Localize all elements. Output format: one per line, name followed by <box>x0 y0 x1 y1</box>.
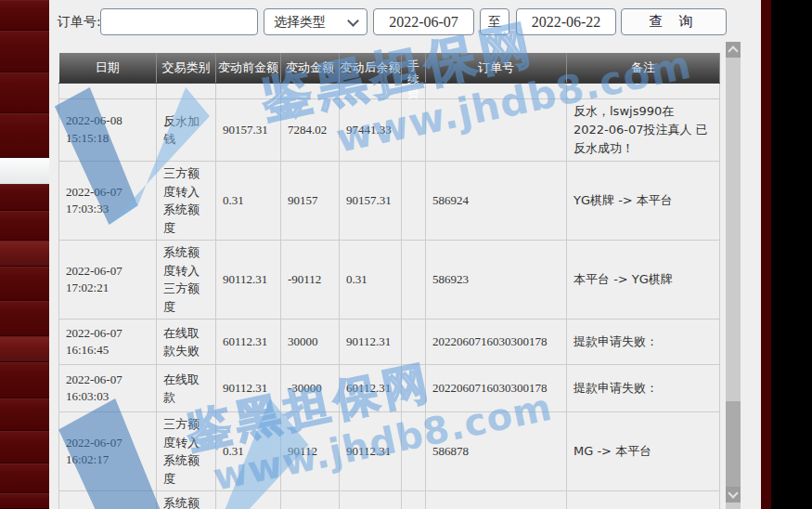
cell-fee <box>402 365 426 412</box>
cell-change: -90112 <box>281 241 340 320</box>
cell-before: 90157.31 <box>216 99 281 162</box>
cell-fee <box>402 99 426 162</box>
cell-remark: 本平台 -> MG <box>567 491 720 509</box>
cell-before: 90112.31 <box>216 365 281 412</box>
cell-order: 586878 <box>426 412 567 491</box>
sidebar-menu-item[interactable] <box>0 31 49 72</box>
chevron-down-icon <box>728 488 738 498</box>
cell-type: 在线取款失败 <box>157 320 216 365</box>
table-row: 2022-06-07 16:16:45 在线取款失败 60112.31 3000… <box>59 320 720 365</box>
query-button[interactable]: 查 询 <box>621 8 727 35</box>
sidebar-menu-item[interactable] <box>0 301 49 336</box>
table-row: 2022-06-07 17:03:33 三方额度转入系统额度 0.31 9015… <box>59 162 720 241</box>
sidebar-menu-item-highlight[interactable] <box>0 241 49 267</box>
header-after: 变动后余额 <box>340 53 402 84</box>
cell-fee <box>402 241 426 320</box>
cell-change: 90157 <box>281 162 340 241</box>
cell-change: -90100 <box>281 491 340 509</box>
scroll-down-button[interactable] <box>726 487 741 502</box>
cell-order: 586923 <box>426 241 567 320</box>
cell-date: 2022-06-07 17:03:33 <box>59 162 157 241</box>
cell-type: 系统额度转入三方额度 <box>157 241 216 320</box>
cell-after: 97441.33 <box>340 99 402 162</box>
date-range-to-label: 至 <box>480 8 509 35</box>
scroll-up-button[interactable] <box>726 42 741 58</box>
cell-before: 60112.31 <box>216 320 281 365</box>
cell-change: 90112 <box>281 412 340 491</box>
date-from-input[interactable]: 2022-06-07 <box>373 8 474 35</box>
sidebar-menu-item[interactable] <box>0 463 49 493</box>
cell-before: 90112.31 <box>216 241 281 320</box>
vertical-scrollbar[interactable] <box>726 42 741 509</box>
sidebar-menu-item[interactable] <box>0 184 49 211</box>
sidebar-menu-item[interactable] <box>0 267 49 301</box>
sidebar-menu-item[interactable] <box>0 72 49 113</box>
sidebar-menu-item[interactable] <box>0 431 49 463</box>
order-number-label: 订单号: <box>58 14 101 31</box>
cell-date: 2022-06-07 16:01:14 <box>59 491 157 509</box>
cell-order: 586924 <box>426 162 567 241</box>
sidebar-menu-item[interactable] <box>0 211 49 241</box>
date-to-input[interactable]: 2022-06-22 <box>516 8 616 35</box>
sidebar-menu-item[interactable] <box>0 113 49 158</box>
sidebar-menu-item[interactable] <box>0 0 49 31</box>
header-order: 订单号 <box>426 53 567 84</box>
cell-order: 586877 <box>426 491 567 509</box>
cell-type: 反水加钱 <box>157 99 216 162</box>
chevron-down-icon <box>347 15 359 27</box>
cell-date: 2022-06-07 16:16:45 <box>59 320 157 365</box>
cell-remark: 反水，lswjs990在 2022-06-07投注真人 已反水成功！ <box>567 99 720 162</box>
cell-fee <box>402 412 426 491</box>
sidebar-menu <box>0 0 49 509</box>
table-row: 2022-06-07 16:01:14 系统额度转入三方额度 90100.31 … <box>59 491 720 509</box>
cell-remark: 提款申请失败： <box>567 320 720 365</box>
cell-after: 90112.31 <box>340 320 402 365</box>
table-row: 2022-06-08 15:15:18 反水加钱 90157.31 7284.0… <box>59 99 720 162</box>
cell-remark: 本平台 -> YG棋牌 <box>567 241 720 320</box>
cell-date: 2022-06-07 16:02:17 <box>59 412 157 491</box>
type-select[interactable]: 选择类型 <box>264 8 367 35</box>
cell-type: 在线取款 <box>157 365 216 412</box>
header-date: 日期 <box>59 53 157 84</box>
cell-fee <box>402 320 426 365</box>
table-row: 2022-06-07 16:02:17 三方额度转入系统额度 0.31 9011… <box>59 412 720 491</box>
cell-order <box>426 99 567 162</box>
cell-type: 三方额度转入系统额度 <box>157 162 216 241</box>
sidebar-menu-item[interactable] <box>0 398 49 431</box>
order-number-input[interactable] <box>100 8 258 35</box>
cell-change: 30000 <box>281 320 340 365</box>
cell-type: 系统额度转入三方额度 <box>157 491 216 509</box>
filter-form: 订单号: 选择类型 2022-06-07 至 2022-06-22 查 询 <box>49 0 727 45</box>
frame-red-strip <box>761 0 771 509</box>
cell-type: 三方额度转入系统额度 <box>157 412 216 491</box>
header-fee: 手续费 <box>402 53 426 84</box>
scrollbar-thumb[interactable] <box>726 401 741 487</box>
cell-after: 60112.31 <box>340 365 402 412</box>
transactions-table: 日期 交易类别 变动前金额 变动金额 变动后余额 手续费 订单号 备注 2022… <box>58 53 720 509</box>
sidebar-menu-item[interactable] <box>0 362 49 398</box>
cell-before: 0.31 <box>216 162 281 241</box>
cell-date: 2022-06-08 15:15:18 <box>59 99 157 162</box>
table-row: 2022-06-07 16:03:03 在线取款 90112.31 -30000… <box>59 365 720 412</box>
sidebar-menu-item[interactable] <box>0 493 49 509</box>
cell-order: 2022060716030300178 <box>426 365 567 412</box>
cell-remark: YG棋牌 -> 本平台 <box>567 162 720 241</box>
app-window: 订单号: 选择类型 2022-06-07 至 2022-06-22 查 询 日期… <box>0 0 812 509</box>
sidebar-gap <box>0 158 49 184</box>
cell-remark: 提款申请失败： <box>567 365 720 412</box>
cell-before: 0.31 <box>216 412 281 491</box>
cell-fee <box>402 162 426 241</box>
cell-after: 90157.31 <box>340 162 402 241</box>
cell-order: 2022060716030300178 <box>426 320 567 365</box>
type-select-value: 选择类型 <box>274 14 326 31</box>
sidebar-menu-item-highlight[interactable] <box>0 336 49 362</box>
cell-change: 7284.02 <box>281 99 340 162</box>
frame-black-area <box>771 0 812 509</box>
chevron-up-icon <box>728 46 738 56</box>
table-row: 2022-06-07 17:02:21 系统额度转入三方额度 90112.31 … <box>59 241 720 320</box>
spacer-row <box>59 84 720 99</box>
header-before: 变动前金额 <box>216 53 281 84</box>
header-remark: 备注 <box>567 53 720 84</box>
cell-date: 2022-06-07 16:03:03 <box>59 365 157 412</box>
cell-after: 0.31 <box>340 241 402 320</box>
